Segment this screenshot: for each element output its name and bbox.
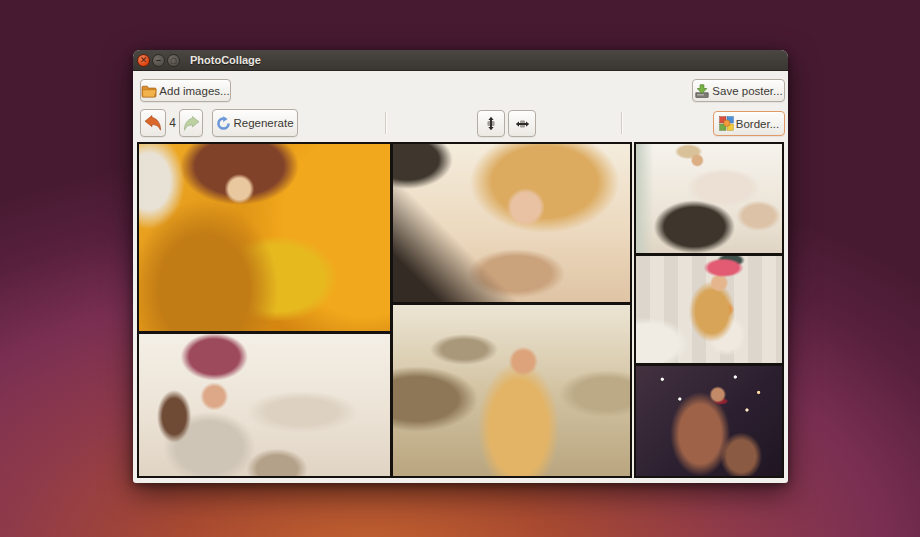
window-title: PhotoCollage xyxy=(190,50,261,71)
resize-horizontal-icon xyxy=(515,117,530,131)
border-button[interactable]: Border... xyxy=(713,111,785,136)
save-poster-button[interactable]: Save poster... xyxy=(692,79,785,102)
close-button[interactable]: ✕ xyxy=(137,54,150,67)
toolbar-separator xyxy=(621,112,622,134)
close-icon: ✕ xyxy=(140,56,148,65)
collage-preview-canvas[interactable] xyxy=(137,142,784,478)
border-label: Border... xyxy=(736,118,779,130)
regenerate-button[interactable]: Regenerate xyxy=(212,109,298,137)
toolbar-separator xyxy=(385,112,386,134)
minimize-button[interactable]: – xyxy=(152,54,165,67)
minimize-icon: – xyxy=(156,56,161,65)
folder-icon xyxy=(141,84,157,98)
undo-arrow-icon xyxy=(144,115,162,131)
poster-height-button[interactable] xyxy=(477,110,505,137)
redo-arrow-icon xyxy=(183,116,200,131)
undo-steps-count: 4 xyxy=(166,109,179,137)
undo-button[interactable] xyxy=(140,109,166,137)
collage-photo-knit-hat-snow[interactable] xyxy=(137,332,392,478)
resize-vertical-icon xyxy=(484,116,498,131)
collage-photo-autumn-leaves[interactable] xyxy=(137,142,392,333)
maximize-button[interactable]: ▢ xyxy=(167,54,180,67)
redo-button[interactable] xyxy=(179,109,203,137)
color-palette-icon xyxy=(719,116,734,131)
add-images-button[interactable]: Add images... xyxy=(140,79,231,102)
collage-photo-blonde-portrait[interactable] xyxy=(391,142,632,304)
refresh-icon xyxy=(216,116,231,131)
collage-photo-wicker-chair[interactable] xyxy=(634,142,784,255)
collage-photo-dark-red-lips[interactable] xyxy=(634,364,784,478)
ubuntu-desktop-background: ✕ – ▢ PhotoCollage Add images... xyxy=(0,0,920,537)
regenerate-label: Regenerate xyxy=(233,117,293,129)
add-images-label: Add images... xyxy=(159,85,229,97)
photocollage-window: ✕ – ▢ PhotoCollage Add images... xyxy=(133,50,788,483)
save-poster-label: Save poster... xyxy=(712,85,782,97)
maximize-icon: ▢ xyxy=(170,57,177,64)
collage-photo-field-blonde[interactable] xyxy=(391,303,632,478)
poster-width-button[interactable] xyxy=(508,110,536,137)
collage-photo-pink-cap[interactable] xyxy=(634,254,784,365)
save-download-icon xyxy=(694,84,710,98)
titlebar[interactable]: ✕ – ▢ PhotoCollage xyxy=(133,50,788,71)
